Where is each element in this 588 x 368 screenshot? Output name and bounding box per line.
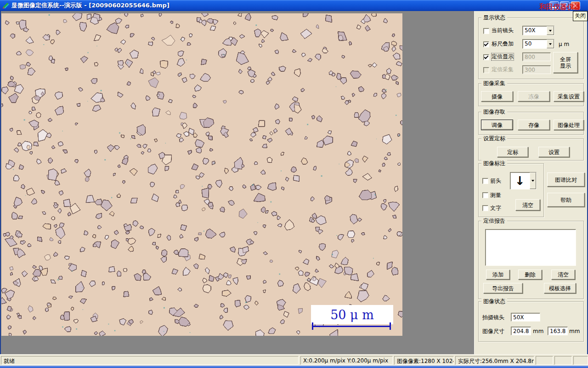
report-legend: 定倍报告: [481, 218, 507, 224]
vendor-watermark: 和田仪器仪器: [539, 3, 581, 12]
client-area: 50 μ m 显示状态 当前镜头 50X 标尺叠加: [1, 11, 587, 354]
arrow-style-combo[interactable]: ↓: [510, 172, 537, 190]
control-panel: 显示状态 当前镜头 50X 标尺叠加 50 μ m 定倍显示: [474, 11, 587, 354]
template-select-button[interactable]: 模板选择: [544, 283, 576, 293]
text-label: 文字: [490, 205, 501, 212]
fixed-display-input: [522, 52, 551, 61]
image-width-unit: mm: [533, 328, 543, 335]
window-bottom-border: [0, 366, 588, 368]
groupbox-image-status: 图像状态 拍摄镜头 图像尺寸 mm mm: [478, 301, 584, 342]
ruler-size-dropdown-button[interactable]: [547, 40, 554, 48]
close-tooltip: 关闭: [573, 11, 588, 21]
report-listbox[interactable]: [485, 229, 576, 266]
ruler-overlay-checkbox[interactable]: [483, 41, 489, 47]
image-storage-legend: 图像存取: [481, 109, 507, 115]
status-empty-panel: [573, 356, 588, 365]
down-arrow-glyph: ↓: [510, 172, 530, 189]
scalebar-label: 50 μ m: [330, 308, 374, 322]
save-image-button[interactable]: 存像: [518, 120, 550, 130]
capture-settings-button[interactable]: 采集设置: [554, 91, 584, 102]
dropdown-arrow-icon: [549, 43, 552, 45]
freeze-button: 冻像: [518, 91, 550, 102]
measure-label: 测量: [490, 192, 501, 199]
scalebar-tick-left: [312, 322, 313, 330]
fixed-capture-checkbox: [483, 67, 489, 73]
ruler-size-value: 50: [523, 40, 547, 48]
shoot-button[interactable]: 摄像: [481, 91, 513, 102]
current-lens-dropdown-button[interactable]: [547, 26, 554, 35]
measure-checkbox[interactable]: [482, 192, 488, 198]
annotation-legend: 图像标注: [481, 160, 507, 167]
image-size-label: 图像尺寸: [482, 328, 504, 335]
current-lens-value: 50X: [523, 26, 547, 35]
text-checkbox[interactable]: [482, 205, 488, 211]
scalebar-tick-right: [390, 322, 391, 330]
arrow-checkbox[interactable]: [482, 178, 488, 184]
dropdown-arrow-icon: [531, 180, 534, 182]
help-button[interactable]: 帮助: [547, 193, 585, 207]
window-title: 显微图像定倍系统--演示版 - [20090602055646.bmp]: [11, 1, 170, 10]
current-lens-label: 当前镜头: [492, 27, 514, 34]
fixed-display-label: 定倍显示: [492, 53, 514, 60]
shoot-lens-input: [511, 313, 540, 322]
status-empty-panel: [536, 356, 553, 365]
atlas-compare-button[interactable]: 图谱比对: [547, 172, 585, 187]
ruler-overlay-label: 标尺叠加: [492, 40, 514, 47]
image-process-button[interactable]: 图像处理: [554, 120, 584, 130]
arrow-style-dropdown-button[interactable]: [530, 172, 536, 189]
groupbox-report: 定倍报告 添加 删除 清空 导出报告 模板选择: [478, 221, 584, 299]
image-height-input: [548, 327, 568, 335]
image-height-unit: mm: [569, 328, 580, 335]
display-status-legend: 显示状态: [481, 14, 507, 21]
calibration-setup-button[interactable]: 设置: [538, 147, 570, 157]
ruler-size-combo[interactable]: 50: [522, 39, 554, 49]
report-delete-button[interactable]: 删除: [518, 270, 542, 280]
image-status-legend: 图像状态: [481, 298, 507, 305]
current-lens-combo[interactable]: 50X: [522, 26, 554, 35]
scalebar-line: [312, 326, 391, 327]
fixed-display-checkbox[interactable]: [483, 54, 489, 60]
report-clear-button[interactable]: 清空: [551, 270, 575, 280]
groupbox-display-status: 显示状态 当前镜头 50X 标尺叠加 50 μ m 定倍显示: [478, 17, 584, 79]
calibration-legend: 设置定标: [481, 135, 507, 142]
annotation-clear-button[interactable]: 清空: [515, 199, 540, 211]
current-lens-checkbox[interactable]: [483, 28, 489, 34]
status-pixel-scale: X:0.200μ m/pix Y:0.200μ m/pix: [300, 356, 393, 365]
status-actual-size: 实际尺寸:256.0mm X 204.8mm: [455, 356, 534, 365]
report-add-button[interactable]: 添加: [486, 270, 510, 280]
calibrate-button[interactable]: 定标: [497, 147, 528, 157]
groupbox-calibration: 设置定标 定标 设置: [478, 138, 584, 161]
titlebar[interactable]: 显微图像定倍系统--演示版 - [20090602055646.bmp] × 和…: [0, 0, 588, 11]
app-icon: [2, 2, 9, 9]
image-viewport: 50 μ m: [1, 11, 474, 354]
image-capture-legend: 图像采集: [481, 80, 507, 87]
statusbar: 就绪 X:0.200μ m/pix Y:0.200μ m/pix 图像像素:12…: [0, 354, 588, 366]
ruler-unit-label: μ m: [559, 41, 569, 48]
groupbox-annotation: 图像标注 箭头 ↓ 测量 清空 文字: [478, 163, 544, 217]
fullscreen-button[interactable]: 全屏显示: [553, 52, 578, 73]
status-empty-panel: [554, 356, 572, 365]
scalebar-overlay: 50 μ m: [311, 305, 393, 324]
app-window: 显微图像定倍系统--演示版 - [20090602055646.bmp] × 和…: [0, 0, 588, 368]
image-width-input: [511, 327, 531, 335]
status-ready: 就绪: [1, 356, 299, 365]
arrow-label: 箭头: [490, 178, 501, 184]
fixed-capture-label: 定倍采集: [492, 66, 514, 73]
groupbox-image-storage: 图像存取 调像 存像 图像处理: [478, 112, 584, 135]
status-image-pixels: 图像像素:1280 X 1024: [394, 356, 454, 365]
load-image-button[interactable]: 调像: [481, 120, 513, 130]
micrograph-image[interactable]: [1, 13, 402, 336]
shoot-lens-label: 拍摄镜头: [482, 314, 504, 321]
groupbox-image-capture: 图像采集 摄像 冻像 采集设置: [478, 83, 584, 106]
export-report-button[interactable]: 导出报告: [483, 283, 523, 293]
dropdown-arrow-icon: [549, 30, 552, 32]
fixed-capture-input: [522, 65, 551, 74]
